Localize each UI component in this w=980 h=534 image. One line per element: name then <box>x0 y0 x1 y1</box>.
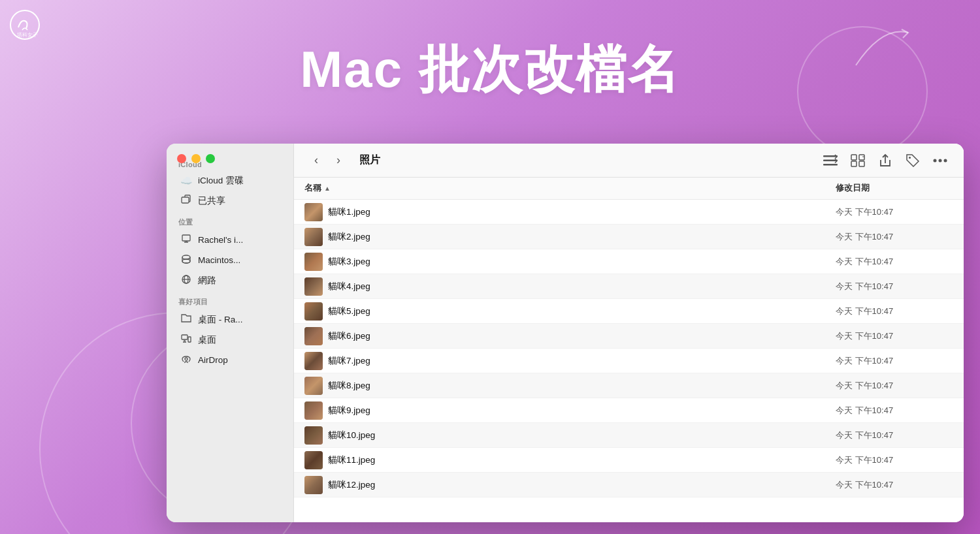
file-thumbnail <box>304 277 323 296</box>
file-name: 貓咪1.jpeg <box>328 206 836 218</box>
file-list: 貓咪1.jpeg 今天 下午10:47 貓咪2.jpeg 今天 下午10:47 … <box>294 200 964 522</box>
file-thumbnail <box>304 203 323 221</box>
tag-button[interactable] <box>902 150 923 171</box>
shared-icon <box>180 195 193 207</box>
toolbar-path: 照片 <box>359 153 812 167</box>
file-thumbnail <box>304 327 323 345</box>
forward-button[interactable]: › <box>329 151 348 170</box>
sidebar-item-mac[interactable]: Rachel's i... <box>171 230 289 249</box>
file-row[interactable]: 貓咪10.jpeg 今天 下午10:47 <box>294 423 964 448</box>
sidebar-item-network[interactable]: 網路 <box>171 271 289 290</box>
svg-point-19 <box>934 159 937 162</box>
sidebar-item-desktop-ra[interactable]: 桌面 - Ra... <box>171 310 289 329</box>
sidebar-section-favorites: 喜好項目 <box>167 291 293 309</box>
sort-arrow: ▲ <box>324 185 331 192</box>
file-row[interactable]: 貓咪4.jpeg 今天 下午10:47 <box>294 274 964 299</box>
file-row[interactable]: 貓咪12.jpeg 今天 下午10:47 <box>294 473 964 497</box>
file-row[interactable]: 貓咪11.jpeg 今天 下午10:47 <box>294 448 964 473</box>
list-view-button[interactable] <box>820 150 841 171</box>
close-button[interactable] <box>177 154 186 163</box>
file-date: 今天 下午10:47 <box>836 355 953 367</box>
sidebar-item-icloud-drive[interactable]: ☁️ iCloud 雲碟 <box>171 172 289 190</box>
file-thumbnail <box>304 377 323 395</box>
svg-point-18 <box>909 157 911 159</box>
file-name: 貓咪6.jpeg <box>328 330 836 342</box>
back-button[interactable]: ‹ <box>307 151 325 170</box>
sidebar-item-desktop[interactable]: 桌面 <box>171 330 289 349</box>
minimize-button[interactable] <box>191 154 201 163</box>
svg-rect-2 <box>182 197 189 203</box>
col-date-header[interactable]: 修改日期 <box>836 183 953 194</box>
icloud-drive-icon: ☁️ <box>180 175 193 187</box>
file-row[interactable]: 貓咪3.jpeg 今天 下午10:47 <box>294 249 964 274</box>
svg-point-20 <box>939 159 942 162</box>
svg-rect-17 <box>859 161 864 166</box>
svg-point-4 <box>182 255 190 259</box>
svg-point-10 <box>185 358 188 360</box>
sidebar-label-macintosh: Macintos... <box>198 255 240 265</box>
file-row[interactable]: 貓咪8.jpeg 今天 下午10:47 <box>294 373 964 398</box>
sidebar-label-desktop-ra: 桌面 - Ra... <box>198 314 243 326</box>
file-thumbnail <box>304 253 323 271</box>
sidebar-label-airdrop: AirDrop <box>198 355 228 365</box>
file-row[interactable]: 貓咪2.jpeg 今天 下午10:47 <box>294 225 964 249</box>
sidebar-label-mac: Rachel's i... <box>198 235 243 245</box>
toolbar-nav: ‹ › <box>307 151 348 170</box>
svg-point-5 <box>182 259 190 263</box>
toolbar: ‹ › 照片 <box>294 144 964 178</box>
file-date: 今天 下午10:47 <box>836 405 953 416</box>
sidebar-label-shared: 已共享 <box>198 195 225 207</box>
file-row[interactable]: 貓咪5.jpeg 今天 下午10:47 <box>294 299 964 324</box>
desktop-icon <box>180 334 193 346</box>
sidebar-label-icloud-drive: iCloud 雲碟 <box>198 175 244 187</box>
file-icon <box>304 377 323 395</box>
file-date: 今天 下午10:47 <box>836 380 953 392</box>
col-name-header[interactable]: 名稱 ▲ <box>304 183 836 194</box>
sidebar-item-macintosh[interactable]: Macintos... <box>171 251 289 270</box>
file-thumbnail <box>304 228 323 246</box>
maximize-button[interactable] <box>206 154 215 163</box>
file-icon <box>304 327 323 345</box>
file-date: 今天 下午10:47 <box>836 281 953 292</box>
file-date: 今天 下午10:47 <box>836 330 953 342</box>
file-row[interactable]: 貓咪7.jpeg 今天 下午10:47 <box>294 349 964 373</box>
sidebar-item-shared[interactable]: 已共享 <box>171 191 289 210</box>
file-name: 貓咪11.jpeg <box>328 454 836 466</box>
svg-rect-9 <box>188 337 191 342</box>
file-date: 今天 下午10:47 <box>836 306 953 317</box>
file-name: 貓咪5.jpeg <box>328 306 836 317</box>
file-thumbnail <box>304 451 323 469</box>
toolbar-actions <box>820 150 951 171</box>
svg-rect-14 <box>851 155 857 160</box>
file-icon <box>304 253 323 271</box>
file-name: 貓咪7.jpeg <box>328 355 836 367</box>
share-button[interactable] <box>875 150 896 171</box>
file-date: 今天 下午10:47 <box>836 206 953 218</box>
file-name: 貓咪8.jpeg <box>328 380 836 392</box>
airdrop-icon <box>180 354 193 366</box>
svg-rect-8 <box>182 335 188 339</box>
svg-point-21 <box>944 159 947 162</box>
disk-icon <box>180 254 193 266</box>
file-thumbnail <box>304 476 323 494</box>
file-thumbnail <box>304 426 323 445</box>
file-row[interactable]: 貓咪9.jpeg 今天 下午10:47 <box>294 398 964 423</box>
file-icon <box>304 401 323 420</box>
file-date: 今天 下午10:47 <box>836 430 953 441</box>
file-icon <box>304 277 323 296</box>
sidebar-item-airdrop[interactable]: AirDrop <box>171 351 289 369</box>
file-name: 貓咪10.jpeg <box>328 430 836 441</box>
file-date: 今天 下午10:47 <box>836 256 953 268</box>
file-date: 今天 下午10:47 <box>836 454 953 466</box>
sidebar-label-network: 網路 <box>198 275 216 287</box>
svg-rect-3 <box>182 235 190 241</box>
desktop-ra-icon <box>180 313 193 326</box>
file-name: 貓咪4.jpeg <box>328 281 836 292</box>
grid-view-button[interactable] <box>847 150 868 171</box>
file-row[interactable]: 貓咪1.jpeg 今天 下午10:47 <box>294 200 964 225</box>
file-row[interactable]: 貓咪6.jpeg 今天 下午10:47 <box>294 324 964 349</box>
file-icon <box>304 476 323 494</box>
more-options-button[interactable] <box>930 150 951 171</box>
file-name: 貓咪3.jpeg <box>328 256 836 268</box>
file-date: 今天 下午10:47 <box>836 479 953 491</box>
